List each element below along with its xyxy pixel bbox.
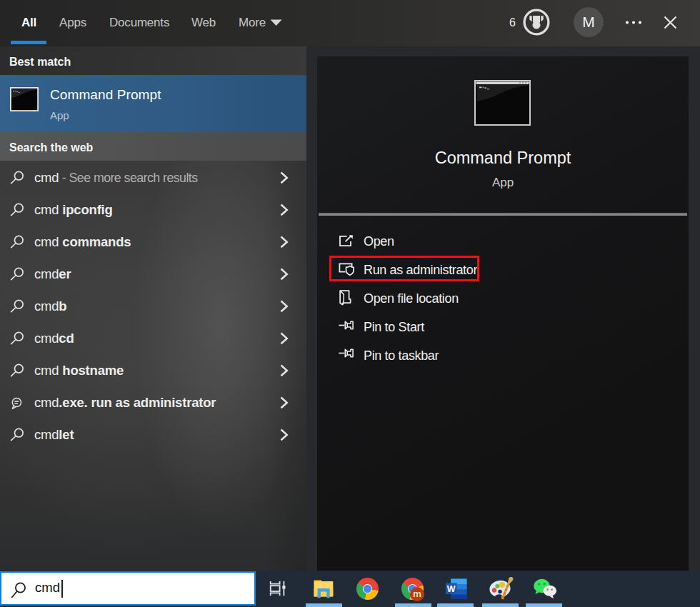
svg-text:W: W xyxy=(447,584,456,594)
